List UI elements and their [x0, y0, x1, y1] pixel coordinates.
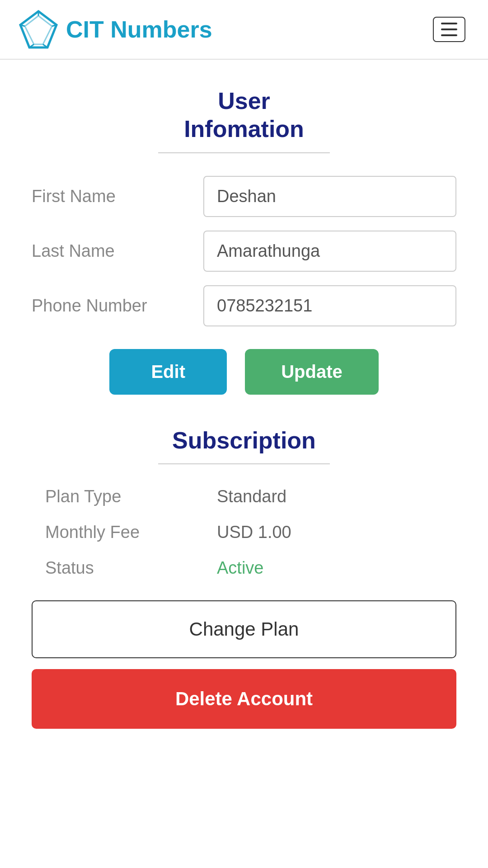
title-divider: [158, 152, 330, 153]
phone-number-input[interactable]: [203, 285, 456, 326]
first-name-label: First Name: [32, 187, 203, 206]
form-buttons: Edit Update: [32, 349, 456, 395]
plan-type-value: Standard: [217, 487, 286, 506]
last-name-input[interactable]: [203, 231, 456, 272]
logo-area: CIT Numbers: [18, 9, 212, 50]
status-label: Status: [45, 558, 217, 578]
last-name-label: Last Name: [32, 241, 203, 261]
plan-type-row: Plan Type Standard: [45, 487, 456, 506]
monthly-fee-label: Monthly Fee: [45, 523, 217, 542]
svg-marker-1: [25, 16, 52, 44]
phone-number-row: Phone Number: [32, 285, 456, 326]
menu-line-1: [441, 23, 457, 24]
user-info-section: User Infomation First Name Last Name Pho…: [32, 87, 456, 395]
menu-line-3: [441, 34, 457, 36]
menu-line-2: [441, 28, 457, 30]
subscription-details: Plan Type Standard Monthly Fee USD 1.00 …: [45, 487, 456, 578]
phone-number-label: Phone Number: [32, 296, 203, 316]
change-plan-button[interactable]: Change Plan: [32, 600, 456, 658]
status-value: Active: [217, 558, 263, 578]
action-buttons: Change Plan Delete Account: [32, 600, 456, 729]
user-info-title: User Infomation: [32, 87, 456, 143]
status-row: Status Active: [45, 558, 456, 578]
logo-text: CIT Numbers: [66, 16, 212, 43]
subscription-title: Subscription: [32, 426, 456, 454]
subscription-section: Subscription Plan Type Standard Monthly …: [32, 426, 456, 729]
subscription-divider: [158, 463, 330, 464]
plan-type-label: Plan Type: [45, 487, 217, 506]
edit-button[interactable]: Edit: [109, 349, 227, 395]
delete-account-button[interactable]: Delete Account: [32, 669, 456, 729]
menu-button[interactable]: [433, 17, 465, 42]
header: CIT Numbers: [0, 0, 488, 60]
first-name-input[interactable]: [203, 176, 456, 217]
monthly-fee-value: USD 1.00: [217, 523, 291, 542]
main-content: User Infomation First Name Last Name Pho…: [0, 60, 488, 765]
first-name-row: First Name: [32, 176, 456, 217]
logo-icon: [18, 9, 59, 50]
update-button[interactable]: Update: [245, 349, 379, 395]
monthly-fee-row: Monthly Fee USD 1.00: [45, 523, 456, 542]
last-name-row: Last Name: [32, 231, 456, 272]
